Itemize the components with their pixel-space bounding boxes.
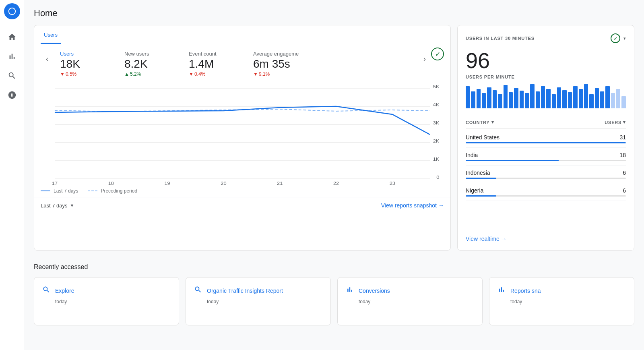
view-reports-link[interactable]: View reports snapshot → xyxy=(381,202,444,209)
country-table: COUNTRY ▾ USERS ▾ United States 31 Indi xyxy=(466,116,626,229)
bar-item xyxy=(498,94,502,108)
metric-new-users-label: New users xyxy=(124,51,173,57)
bar-item xyxy=(514,88,518,108)
metric-engagement-value: 6m 35s xyxy=(253,58,301,70)
explore-icon xyxy=(194,286,202,296)
bar-item xyxy=(525,93,529,108)
country-sort-arrow: ▾ xyxy=(491,120,494,125)
recently-card-date: today xyxy=(497,299,626,304)
legend-solid-label: Last 7 days xyxy=(54,188,78,194)
metrics-check-icon: ✓ xyxy=(431,48,444,60)
legend-solid-line xyxy=(41,191,50,191)
recently-card-organic-traffic[interactable]: Organic Traffic Insights Report today xyxy=(186,277,331,325)
bar-item xyxy=(573,86,577,108)
sidebar xyxy=(0,0,24,350)
country-row[interactable]: Nigeria 6 xyxy=(466,183,626,201)
metrics-columns: Users 18K ▼ 0.5% New users 8.2K ▲ 5.2% xyxy=(54,44,418,77)
country-bar-track xyxy=(466,195,626,197)
recently-card-name: Explore xyxy=(55,288,74,294)
legend-preceding: Preceding period xyxy=(88,188,137,194)
country-users: 18 xyxy=(619,152,626,158)
bar-item xyxy=(477,89,481,108)
realtime-dropdown-arrow[interactable]: ▾ xyxy=(623,36,626,41)
svg-text:20: 20 xyxy=(221,181,227,185)
bar-item xyxy=(621,96,625,108)
metric-users-value: 18K xyxy=(60,58,108,70)
bar-item xyxy=(605,86,609,108)
country-table-header: COUNTRY ▾ USERS ▾ xyxy=(466,116,626,128)
recently-card-name: Conversions xyxy=(359,288,390,294)
country-name: Indonesia xyxy=(466,170,490,176)
bar-item xyxy=(520,91,524,108)
recently-card-header: Reports sna xyxy=(497,286,626,296)
metric-event-value: 1.4M xyxy=(189,58,237,70)
users-column-header[interactable]: USERS ▾ xyxy=(605,120,626,125)
country-column-header[interactable]: COUNTRY ▾ xyxy=(466,120,494,125)
bar-item xyxy=(562,90,566,108)
recently-card-header: Conversions xyxy=(346,286,474,296)
country-row[interactable]: India 18 xyxy=(466,148,626,166)
bar-item xyxy=(509,92,513,108)
main-content: Home Users ‹ Users 18K ▼ xyxy=(24,0,644,350)
country-name: India xyxy=(466,152,478,158)
realtime-card: USERS IN LAST 30 MINUTES ✓ ▾ 96 USERS PE… xyxy=(457,25,634,251)
legend-dashed-line xyxy=(88,191,97,191)
recently-card-conversions[interactable]: Conversions today xyxy=(337,277,483,325)
tab-users[interactable]: Users xyxy=(41,25,61,44)
country-row[interactable]: Indonesia 6 xyxy=(466,166,626,183)
app-logo[interactable] xyxy=(4,3,20,19)
sidebar-item-advertising[interactable] xyxy=(4,87,20,103)
page-title: Home xyxy=(34,0,634,25)
bar-item xyxy=(552,94,556,108)
recently-card-reports-snapshot[interactable]: Reports sna today xyxy=(489,277,634,325)
down-arrow-icon-2: ▼ xyxy=(189,71,194,77)
bar-item xyxy=(546,89,550,108)
country-row[interactable]: United States 31 xyxy=(466,130,626,148)
recently-card-header: Explore xyxy=(42,286,171,296)
prev-arrow[interactable]: ‹ xyxy=(41,52,54,65)
realtime-title: USERS IN LAST 30 MINUTES xyxy=(466,36,535,41)
country-bar-fill xyxy=(466,178,496,179)
svg-text:21: 21 xyxy=(277,181,283,185)
svg-text:19: 19 xyxy=(164,181,170,185)
bar-chart-icon xyxy=(497,286,506,296)
line-chart: 5K 4K 3K 2K 1K 0 xyxy=(41,80,444,185)
realtime-check-icon: ✓ xyxy=(611,33,620,43)
svg-text:5K: 5K xyxy=(433,84,440,89)
bar-item xyxy=(471,91,475,108)
bar-item xyxy=(611,93,615,108)
country-bar-track xyxy=(466,142,626,143)
metric-new-users: New users 8.2K ▲ 5.2% xyxy=(124,51,173,77)
view-reports-arrow-icon: → xyxy=(438,202,444,209)
view-realtime-arrow-icon: → xyxy=(501,236,507,242)
country-bar-fill xyxy=(466,142,626,143)
bar-item xyxy=(579,89,583,108)
sidebar-item-home[interactable] xyxy=(4,29,20,45)
sidebar-item-explore[interactable] xyxy=(4,68,20,84)
chart-area: 5K 4K 3K 2K 1K 0 xyxy=(34,80,450,185)
up-arrow-icon: ▲ xyxy=(124,71,129,77)
next-arrow[interactable]: › xyxy=(418,52,431,65)
svg-text:3K: 3K xyxy=(433,120,440,126)
metrics-tabs: Users xyxy=(34,25,450,44)
bar-item xyxy=(557,87,561,108)
svg-text:18: 18 xyxy=(108,181,114,185)
bar-chart-icon xyxy=(346,286,354,296)
country-users: 31 xyxy=(619,134,626,141)
country-bar-fill xyxy=(466,160,559,161)
recently-accessed-grid: Explore today Organic Traffic Insights R… xyxy=(34,277,634,325)
svg-text:23: 23 xyxy=(390,181,396,185)
sidebar-item-reports[interactable] xyxy=(4,48,20,64)
recently-accessed-title: Recently accessed xyxy=(34,263,634,271)
svg-text:17: 17 xyxy=(52,181,58,185)
bar-item xyxy=(595,88,599,108)
view-realtime-link[interactable]: View realtime → xyxy=(466,229,626,242)
bar-item xyxy=(482,93,486,108)
metric-event-label: Event count xyxy=(189,51,237,57)
metric-event-change: ▼ 0.4% xyxy=(189,71,237,77)
recently-card-date: today xyxy=(346,299,474,304)
bar-item xyxy=(589,94,593,108)
date-range-picker[interactable]: Last 7 days ▼ xyxy=(41,203,74,209)
metrics-card: Users ‹ Users 18K ▼ 0.5% xyxy=(34,25,451,251)
recently-card-explore[interactable]: Explore today xyxy=(34,277,179,325)
